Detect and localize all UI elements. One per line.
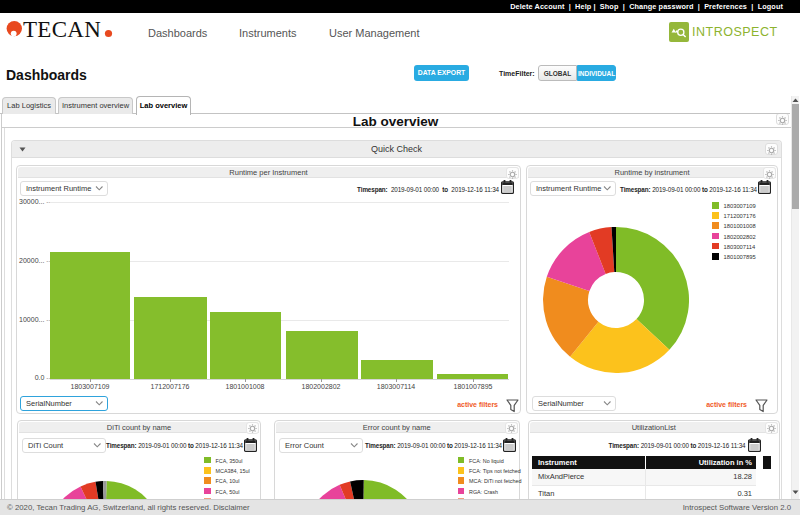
svg-text:TECAN: TECAN — [23, 18, 101, 42]
